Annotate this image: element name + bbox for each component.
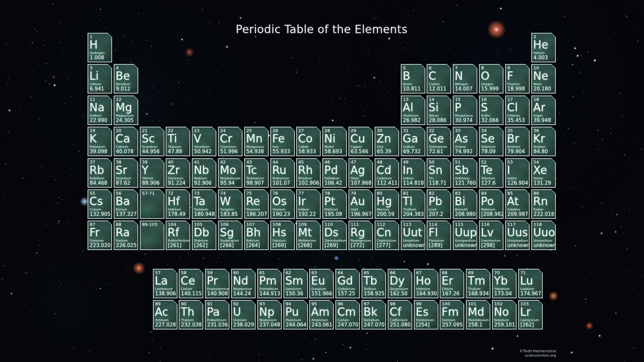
element-tile-ho: 67HoHolmium164.930 [414,269,438,298]
element-tile-inner: 89AcActinium227.028 [154,301,177,329]
atomic-mass: [269] [325,243,338,248]
atomic-mass: 196.967 [351,212,372,217]
element-symbol: Es [416,306,429,318]
element-tile-inner: 3LiLithium6.941 [88,65,112,93]
element-tile-rf: 104RfRutherfordium[261] [166,221,190,250]
atomic-mass: [289] [429,243,442,248]
atomic-mass: 227.028 [155,322,176,328]
element-symbol: Bi [455,196,466,207]
element-tile-ag: 47AgSilver107.868 [348,158,373,188]
element-tile-inner: 100FmFermium257.095 [440,301,464,329]
atomic-mass: 162.50 [390,291,408,297]
element-tile-es: 99EsEinsteinium[254] [414,300,438,329]
element-tile-ac: 89AcActinium227.028 [153,300,177,329]
element-tile-ti: 22TiTitanium47.88 [166,127,190,156]
element-tile-ca: 20CaCalcium40.078 [114,127,138,156]
element-symbol: At [507,196,519,207]
element-tile-mo: 42MoMolybdenum95.94 [218,158,243,188]
element-tile-n: 7NNitrogen14.007 [453,64,477,94]
element-symbol: Te [481,165,493,176]
element-tile-inner: 99EsEinsteinium[254] [415,301,438,329]
element-tile-inner: 88RaRadium226.025 [114,221,138,250]
element-tile-au: 79AuGold196.967 [348,189,373,219]
element-tile-pu: 94PuPlutonium244.064 [283,300,308,329]
atomic-mass: 257.095 [442,322,463,328]
element-symbol: Uut [403,227,422,239]
element-tile-tm: 69TmThulium168.934 [466,269,490,298]
element-tile-inner: 40ZrZirconium91.224 [166,159,190,187]
atomic-mass: 63.546 [351,149,369,155]
atomic-mass: 95.94 [220,180,235,186]
element-symbol: He [533,39,548,51]
element-tile-inner: 17ClChlorine35.453 [506,96,529,125]
atomic-mass: 180.948 [194,212,215,217]
element-tile-fr: 87FrFrancium223.020 [88,221,112,250]
element-tile-inner: 55CsCesium132.905 [88,190,112,219]
atomic-mass: [254] [416,322,430,328]
element-tile-inner: 112CnCopernicium[277] [375,221,399,250]
element-tile-inner: 92UUranium238.029 [232,301,255,329]
element-tile-inner: 61PmPromethium144.913 [258,269,281,298]
credit: ©Todd Helmenstine sciencenotes.org [520,349,556,358]
element-tile-uus: 117UusUnunseptiumunknown [505,221,530,250]
element-tile-inner: 72HfHafnium178.49 [166,190,190,219]
element-symbol: Ar [533,102,545,114]
element-tile-np: 93NpNeptunium237.048 [257,300,282,329]
element-tile-inner: 35BrBromine79.904 [506,127,529,156]
atomic-mass: 24.305 [116,118,134,123]
atomic-mass: 15.999 [481,86,499,92]
element-tile-os: 76OsOsmium190.23 [270,189,295,219]
element-symbol: Ce [181,275,195,287]
element-tile-inner: 87FrFrancium223.020 [88,221,112,250]
atomic-mass: 74.992 [455,149,473,155]
atomic-mass: 30.974 [455,118,473,123]
atomic-mass: 167.26 [442,291,460,297]
atomic-mass: 232.038 [181,322,202,328]
element-tile-inner: 57LaLanthanum138.906 [154,269,177,298]
element-tile-inner: 13AlAluminum26.982 [401,96,425,125]
element-symbol: Nd [233,275,249,287]
element-tile-inner: 1HHydrogen1.008 [88,34,112,62]
element-tile-ce: 58CeCerium140.115 [179,269,203,298]
element-tile-pb: 82PbLead207.2 [427,189,451,219]
element-tile-cm: 96CmCurium247.070 [335,300,360,329]
element-symbol: Pd [324,165,338,176]
atomic-mass: 226.025 [116,243,137,248]
element-tile-be: 4BeBeryllium9.012 [114,64,138,94]
element-tile-li: 3LiLithium6.941 [88,64,112,94]
atomic-mass: unknown [455,243,478,248]
element-tile-inner: 79AuGold196.967 [349,190,373,219]
element-symbol: Cd [377,165,391,176]
element-symbol: Ti [168,133,177,145]
atomic-mass: 118.71 [429,180,447,186]
placeholder-tile-89-103: 89-103 [140,221,164,250]
element-tile-inner: 71LuLutetium174.967 [519,269,542,298]
element-symbol: S [481,102,488,114]
element-symbol: Cl [507,102,518,114]
element-symbol: C [429,70,436,82]
element-tile-inner: 23VVanadium50.942 [193,127,216,156]
element-tile-hg: 80HgMercury200.59 [375,189,399,219]
atomic-mass: 231.036 [207,322,228,328]
element-tile-inner: 56BaBarium137.327 [114,190,138,219]
element-tile-inner: 31GaGallium69.732 [401,127,425,156]
element-tile-inner: 80HgMercury200.59 [375,190,399,219]
element-tile-inner: 98CfCalifornium251.080 [388,301,412,329]
atomic-mass: 20.180 [534,86,551,92]
atomic-mass: [272] [351,243,364,248]
atomic-mass: 151.966 [312,291,332,297]
element-symbol: No [494,306,509,318]
element-tile-inner: 118UuoUnunoctiumunknown [532,221,555,250]
element-symbol: Ag [351,165,365,176]
atomic-mass: 106.42 [325,180,342,186]
element-symbol: Fr [90,227,100,239]
element-tile-inner: 38SrStrontium87.62 [114,159,138,187]
atomic-mass: 40.078 [116,149,134,155]
placeholder-tile-inner: 89-103 [141,221,164,250]
element-symbol: Cr [220,133,232,145]
element-symbol: Er [442,275,453,287]
element-tile-in: 49InIndium114.818 [401,158,425,188]
element-symbol: Hf [168,196,180,207]
element-tile-inner: 66DyDysprosium162.50 [388,269,412,298]
element-tile-bi: 83BiBismuth208.980 [453,189,477,219]
